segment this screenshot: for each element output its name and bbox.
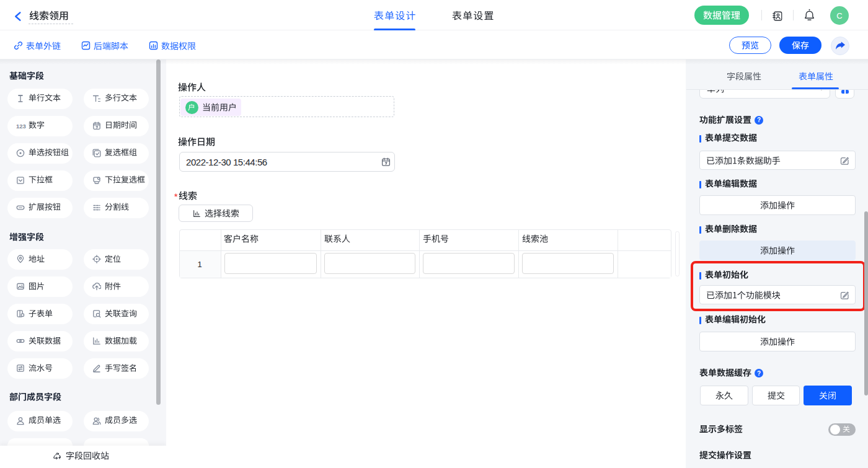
svg-text:123: 123 <box>16 123 26 130</box>
